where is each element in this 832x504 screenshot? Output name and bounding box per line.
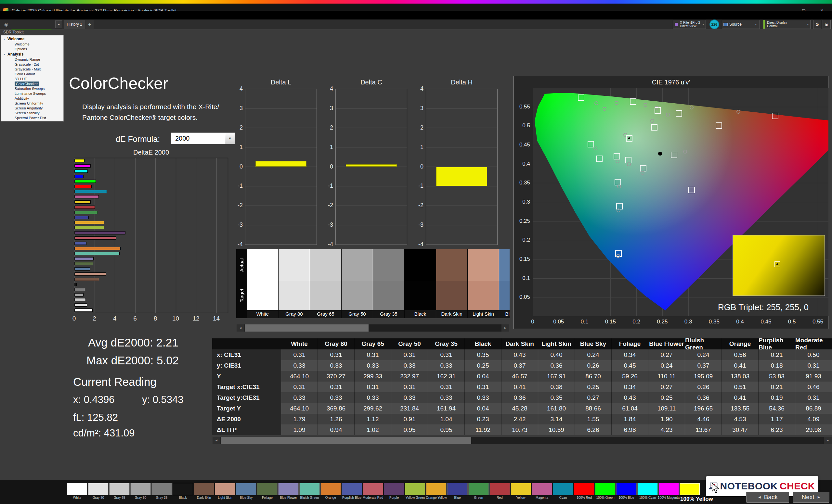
sidebar-item-grayscale-2pt[interactable]: Grayscale - 2pt: [1, 62, 63, 67]
sidebar-item-screen-stability[interactable]: Screen Stability: [1, 111, 63, 116]
delta-bar: [346, 164, 397, 167]
scroll-right-arrow[interactable]: ►: [824, 437, 832, 444]
meter-selector-button[interactable]: X-Rite i1Pro 2Direct View ▾: [673, 20, 706, 29]
monitor-icon[interactable]: ▣: [823, 20, 831, 29]
delta-tick-label: 0: [323, 163, 333, 170]
de-formula-value: 2000: [175, 133, 190, 144]
cie-y-tick: 0.05: [516, 294, 530, 300]
scrollbar-thumb[interactable]: [221, 437, 471, 444]
mouse-cursor: [710, 482, 720, 494]
sidebar-item-colorchecker[interactable]: ColorChecker: [1, 82, 63, 86]
delta-tick-label: 2: [414, 124, 423, 131]
deltae-bar-100-magenta: [74, 164, 91, 168]
sidebar-item-spectral-power-dist[interactable]: Spectral Power Dist.: [1, 116, 63, 120]
current-reading-cdm2: cd/m²: 431.09: [73, 427, 135, 439]
patch-chip-label: 100% Blue: [614, 496, 639, 500]
table-cell: 46.57: [501, 371, 538, 382]
table-cell: 0.27: [648, 349, 685, 360]
target-swatch: [373, 281, 404, 310]
patch-color-swatch: [532, 483, 552, 495]
logo-bar: ✓ calman ▾: [0, 11, 832, 20]
sidebar-item-label: Screen Stability: [15, 111, 39, 116]
next-button-label: Next: [802, 494, 814, 501]
sidebar-group-welcome[interactable]: ▾Welcome: [1, 36, 63, 42]
swatch-label: Gray 65: [310, 310, 341, 318]
table-cell: 195.09: [685, 371, 722, 382]
swatch-column-gray-50: Gray 50: [342, 249, 373, 318]
sidebar-item-options[interactable]: Options: [1, 47, 63, 52]
sidebar-item-saturation-sweeps[interactable]: Saturation Sweeps: [1, 86, 63, 91]
delta-gridline: [336, 186, 407, 187]
table-scrollbar[interactable]: ◄ ►: [212, 437, 832, 444]
rainbow-accent-bar: [0, 0, 832, 4]
swatch-column-dark-skin: Dark Skin: [436, 249, 467, 318]
sidebar-item-screen-uniformity[interactable]: Screen Uniformity: [1, 101, 63, 106]
table-cell: 30.47: [722, 424, 758, 435]
settings-gear-icon[interactable]: ⚙: [813, 20, 821, 29]
table-cell: 0.41: [501, 382, 538, 392]
delta-gridline: [245, 147, 316, 147]
sidebar-item-dynamic-range[interactable]: Dynamic Range: [1, 57, 63, 62]
deltae-axis-ticks: 02468101214: [74, 315, 243, 323]
add-tab-button[interactable]: +: [85, 20, 94, 29]
sidebar-item-grayscale-multi[interactable]: Grayscale - Multi: [1, 67, 63, 72]
sidebar-item-luminance-sweeps[interactable]: Luminance Sweeps: [1, 91, 63, 96]
tab-history-1[interactable]: History 1: [64, 20, 85, 29]
patch-color-swatch: [616, 483, 637, 495]
source-selector-button[interactable]: Source ▾: [722, 20, 760, 29]
sidebar-item-welcome[interactable]: Welcome: [1, 42, 63, 47]
table-cell: 86.89: [795, 403, 832, 414]
next-button[interactable]: Next ►: [793, 492, 829, 503]
sidebar-item-additivity[interactable]: Additivity: [1, 96, 63, 101]
target-swatch: [310, 281, 341, 310]
delta-tick-label: -4: [414, 241, 423, 248]
table-cell: 0.31: [795, 360, 832, 371]
patch-color-swatch: [468, 483, 489, 495]
patch-color-swatch: [67, 483, 87, 495]
sidebar-item-color-gamut[interactable]: Color Gamut: [1, 72, 63, 77]
sidebar-group-analysis[interactable]: ▾Analysis: [1, 52, 63, 57]
back-button[interactable]: ◄ Back: [746, 492, 789, 503]
sidebar-item-screen-angularity[interactable]: Screen Angularity: [1, 106, 63, 111]
cie-x-tick: 0.15: [602, 318, 619, 325]
scroll-left-arrow[interactable]: ◄: [237, 325, 244, 332]
table-cell: 0.33: [281, 360, 318, 371]
target-swatch: [342, 281, 373, 310]
table-cell: 0.34: [612, 382, 648, 392]
de-formula-select[interactable]: 2000 ▼: [171, 133, 235, 144]
table-cell: 196.65: [685, 403, 722, 414]
table-cell: 0.33: [281, 392, 318, 403]
target-marker: [651, 124, 657, 131]
patch-chip-label: Gray 80: [86, 496, 110, 500]
table-cell: 0.35: [538, 392, 575, 403]
swatch-label: White: [247, 310, 278, 318]
table-cell: 0.37: [501, 360, 538, 371]
swatch-strip-scrollbar[interactable]: ◄ ►: [236, 324, 510, 332]
table-cell: 0.38: [538, 382, 575, 392]
cie-x-tick: 0.4: [732, 318, 748, 325]
scroll-left-arrow[interactable]: ◄: [212, 437, 220, 444]
scroll-right-arrow[interactable]: ►: [501, 325, 509, 332]
meter-count-badge[interactable]: 226: [709, 20, 719, 29]
watermark-text-check: CHECK: [780, 481, 815, 492]
scrollbar-thumb[interactable]: [245, 325, 368, 332]
sidebar-item-3d-lut[interactable]: 3D LUT: [1, 77, 63, 82]
actual-swatch: [405, 249, 436, 281]
patch-chip-label: Blue: [445, 496, 470, 500]
deltae-gridline: [176, 158, 176, 313]
swatch-column-gray-35: Gray 35: [373, 249, 404, 318]
swatch-column-blue-sky: Blue Sky: [499, 249, 510, 318]
deltae-gridline: [115, 158, 115, 313]
sidebar-collapse-button[interactable]: ◄: [55, 21, 62, 28]
workspace-icon[interactable]: ◉: [3, 21, 10, 28]
patch-color-swatch: [447, 483, 468, 495]
target-marker: [596, 156, 602, 162]
table-cell: 0.94: [318, 424, 355, 435]
table-cell: 6.98: [612, 424, 648, 435]
column-header-blue-sky: Blue Sky: [575, 338, 612, 349]
meter-icon: [675, 23, 678, 26]
selected-patch-inset: [732, 235, 825, 296]
sidebar-item-label: Dynamic Range: [15, 57, 40, 62]
display-control-button[interactable]: Direct DisplayControl ▾: [763, 20, 810, 29]
patch-color-swatch: [173, 483, 193, 495]
